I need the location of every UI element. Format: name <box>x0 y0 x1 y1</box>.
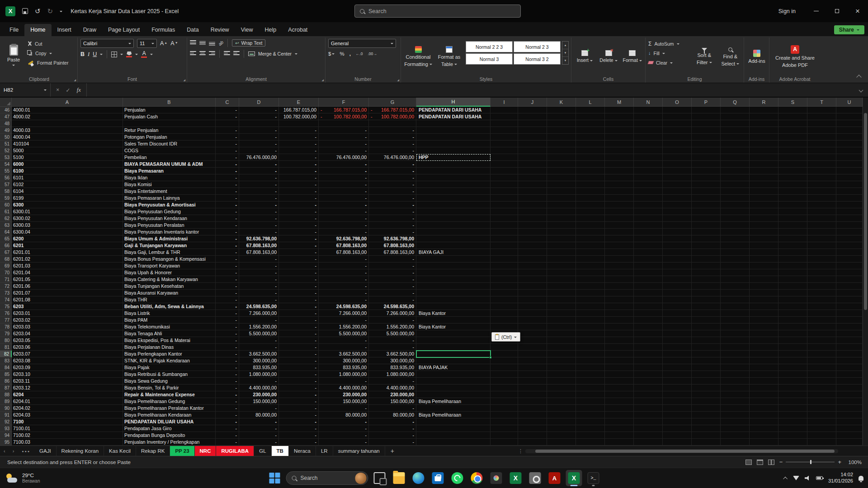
cell[interactable] <box>721 188 750 195</box>
fill-handle[interactable] <box>489 356 492 359</box>
cell[interactable]: Biaya Bonus Pesangon & Kompensasi <box>123 256 216 263</box>
cell[interactable] <box>547 113 576 120</box>
cell[interactable] <box>836 188 863 195</box>
cell[interactable] <box>605 324 634 330</box>
cell[interactable]: - <box>239 161 279 168</box>
cell[interactable] <box>807 263 836 269</box>
cell[interactable]: - <box>279 147 319 154</box>
cell[interactable] <box>605 235 634 242</box>
cell[interactable]: - <box>216 344 239 351</box>
cell[interactable] <box>663 107 692 113</box>
cell[interactable] <box>721 120 750 127</box>
cell[interactable] <box>778 337 807 344</box>
cell[interactable] <box>547 168 576 174</box>
cell[interactable]: 5100 <box>12 154 123 161</box>
cell-H92[interactable] <box>416 418 491 425</box>
zoom-slider-thumb[interactable] <box>810 460 811 464</box>
cell[interactable]: -100.782.000,00 <box>319 113 369 120</box>
cell[interactable] <box>692 195 721 202</box>
cell[interactable]: - <box>216 310 239 317</box>
cell[interactable]: 3.662.500,00 <box>319 351 369 357</box>
cell[interactable]: 5.500.000,00 <box>319 330 369 337</box>
cell[interactable] <box>721 385 750 391</box>
cell-H94[interactable] <box>416 432 491 439</box>
cell[interactable]: - <box>319 418 369 425</box>
cell[interactable]: - <box>279 249 319 256</box>
cell[interactable] <box>692 344 721 351</box>
cell[interactable] <box>807 296 836 303</box>
cell[interactable] <box>634 215 663 222</box>
cell[interactable]: 1.080.000,00 <box>239 371 279 378</box>
cell[interactable]: 6201.05 <box>12 276 123 283</box>
horizontal-scrollbar-thumb[interactable] <box>535 450 835 453</box>
cell[interactable] <box>692 202 721 208</box>
cell[interactable] <box>663 330 692 337</box>
cell[interactable]: Biaya Ekspedisi, Pos & Materai <box>123 337 216 344</box>
cell[interactable]: - <box>319 439 369 446</box>
taskbar-chrome-button[interactable] <box>469 470 485 486</box>
cell[interactable] <box>547 174 576 181</box>
cell[interactable]: 76.476.000,00 <box>369 154 416 161</box>
ribbon-tab-home[interactable]: Home <box>24 24 51 36</box>
cell[interactable] <box>663 391 692 398</box>
cell[interactable]: - <box>216 378 239 385</box>
cell[interactable] <box>807 134 836 141</box>
cell[interactable] <box>491 303 518 310</box>
cell[interactable] <box>576 263 605 269</box>
cell[interactable]: Retur Penjualan <box>123 127 216 134</box>
cell[interactable] <box>663 269 692 276</box>
cell[interactable]: - <box>369 269 416 276</box>
tab-overflow-icon[interactable]: ⋮ <box>518 448 523 454</box>
cell[interactable]: - <box>239 425 279 432</box>
cell[interactable]: 67.808.163,00 <box>369 242 416 249</box>
cell[interactable]: 1.080.000,00 <box>319 371 369 378</box>
font-color-button[interactable]: A <box>141 51 147 58</box>
column-header-M[interactable]: M <box>605 98 634 107</box>
cell[interactable] <box>663 439 692 446</box>
taskbar-file-explorer-button[interactable] <box>391 470 407 486</box>
cell[interactable]: - <box>319 168 369 174</box>
cell[interactable]: 1.556.200,00 <box>369 324 416 330</box>
cell[interactable] <box>634 391 663 398</box>
cell[interactable]: - <box>369 161 416 168</box>
cell[interactable]: - <box>239 141 279 147</box>
cell[interactable]: 1.556.200,00 <box>239 324 279 330</box>
cell[interactable] <box>518 310 547 317</box>
row-header-53[interactable]: 53 <box>0 154 12 161</box>
cell[interactable]: 1.080.000,00 <box>369 371 416 378</box>
prev-sheet-button[interactable]: ‹ <box>0 448 9 454</box>
cell[interactable]: - <box>279 317 319 324</box>
cell[interactable] <box>836 439 863 446</box>
cell[interactable] <box>576 168 605 174</box>
cell[interactable] <box>605 283 634 290</box>
cell[interactable]: - <box>216 351 239 357</box>
cell[interactable] <box>491 364 518 371</box>
cell[interactable] <box>721 303 750 310</box>
row-header-86[interactable]: 86 <box>0 378 12 385</box>
cell[interactable]: - <box>279 351 319 357</box>
cell[interactable] <box>836 344 863 351</box>
cell[interactable]: 3.662.500,00 <box>369 351 416 357</box>
cell[interactable] <box>663 215 692 222</box>
align-right-icon[interactable] <box>209 51 215 56</box>
cell[interactable] <box>605 222 634 229</box>
cell[interactable] <box>750 303 778 310</box>
cell[interactable] <box>692 208 721 215</box>
sheet-tab-rugilaba[interactable]: RUGILABA <box>216 446 254 456</box>
cell[interactable]: - <box>239 256 279 263</box>
cell[interactable] <box>721 174 750 181</box>
cell[interactable]: - <box>216 283 239 290</box>
cell[interactable]: 6201.02 <box>12 256 123 263</box>
cell[interactable] <box>576 357 605 364</box>
top-align-icon[interactable] <box>190 40 196 46</box>
cell[interactable] <box>750 317 778 324</box>
cell[interactable] <box>721 195 750 202</box>
cell[interactable]: - <box>216 188 239 195</box>
cell[interactable] <box>634 418 663 425</box>
cell[interactable] <box>634 364 663 371</box>
cell[interactable]: - <box>216 439 239 446</box>
cell[interactable] <box>634 351 663 357</box>
cell-H59[interactable] <box>416 195 491 202</box>
cell[interactable]: - <box>319 127 369 134</box>
cell[interactable]: Biaya Pajak <box>123 364 216 371</box>
